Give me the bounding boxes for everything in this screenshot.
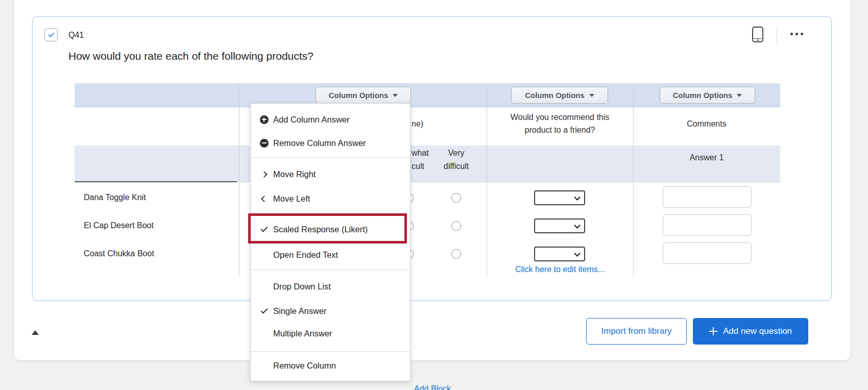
table-row-label[interactable]: El Cap Desert Boot: [84, 221, 154, 230]
column-options-button-1[interactable]: Column Options: [316, 87, 411, 104]
menu-item-multiple-answer[interactable]: Multiple Answer: [251, 322, 410, 345]
column-options-button-3[interactable]: Column Options: [660, 87, 755, 104]
menu-item-remove-column[interactable]: Remove Column: [251, 354, 410, 377]
column-divider: [633, 83, 634, 276]
likert-radio-very-difficult[interactable]: [451, 221, 461, 231]
mobile-preview-icon[interactable]: [752, 27, 763, 42]
table-row-label[interactable]: Coast Chukka Boot: [84, 249, 154, 258]
chevron-right-icon: [257, 172, 271, 177]
menu-separator: [251, 270, 410, 270]
likert-radio-very-difficult[interactable]: [451, 193, 461, 203]
chevron-left-icon: [257, 197, 271, 201]
menu-item-single-answer[interactable]: Single Answer: [251, 299, 410, 323]
recommend-column-title[interactable]: Would you recommend this product to a fr…: [487, 111, 633, 136]
chevron-down-icon: [393, 94, 398, 97]
comment-input[interactable]: [663, 214, 752, 236]
checkmark-icon: [257, 229, 271, 230]
survey-builder-page: Q41 How would you rate each of the follo…: [0, 0, 868, 390]
menu-item-move-right[interactable]: Move Right: [251, 162, 410, 186]
recommend-select[interactable]: [534, 247, 585, 261]
checkmark-icon: [48, 31, 54, 37]
comment-input[interactable]: [663, 242, 752, 264]
scale-label-very-difficult: Very difficult: [437, 147, 475, 173]
menu-item-open-ended-text[interactable]: Open Ended Text: [251, 243, 410, 266]
recommend-select[interactable]: [534, 218, 585, 233]
menu-item-remove-column-answer[interactable]: Remove Column Answer: [251, 131, 410, 155]
menu-separator: [251, 157, 410, 158]
chevron-down-icon: [737, 94, 742, 97]
table-row-label[interactable]: Dana Toggle Knit: [84, 193, 146, 202]
question-text[interactable]: How would you rate each of the following…: [68, 50, 314, 62]
question-select-checkbox[interactable]: [44, 28, 58, 41]
chevron-down-icon: [574, 194, 581, 201]
checkmark-icon: [257, 310, 271, 312]
more-options-icon[interactable]: [790, 33, 803, 35]
menu-item-add-column-answer[interactable]: Add Column Answer: [251, 108, 410, 131]
add-block-link[interactable]: Add Block: [407, 384, 458, 390]
occluded-column-title-fragment: ne): [412, 119, 423, 129]
row-label-column-underline: [75, 181, 237, 182]
column-divider: [239, 83, 239, 276]
question-id-label: Q41: [68, 31, 84, 40]
menu-item-move-left[interactable]: Move Left: [251, 187, 410, 210]
header-divider: [777, 28, 777, 44]
plus-circle-icon: [257, 115, 271, 124]
chevron-down-icon: [574, 222, 581, 229]
comments-column-title[interactable]: Comments: [633, 119, 780, 129]
add-new-question-button[interactable]: Add new question: [693, 318, 808, 345]
plus-icon: [709, 327, 717, 335]
column-options-menu: Add Column Answer Remove Column Answer M…: [250, 103, 411, 381]
column-options-button-2[interactable]: Column Options: [511, 87, 608, 104]
menu-item-drop-down-list[interactable]: Drop Down List: [251, 275, 410, 298]
chevron-down-icon: [574, 250, 581, 257]
comments-answer-label[interactable]: Answer 1: [633, 153, 780, 162]
likert-radio-very-difficult[interactable]: [451, 249, 461, 259]
minus-circle-icon: [257, 139, 271, 148]
edit-items-link[interactable]: Click here to edit items...: [487, 265, 633, 274]
import-from-library-button[interactable]: Import from library: [586, 318, 687, 345]
menu-item-scaled-response[interactable]: Scaled Response (Likert): [251, 217, 410, 241]
occluded-scale-label-fragment: what cult: [412, 147, 429, 173]
chevron-down-icon: [589, 94, 594, 97]
menu-separator: [251, 351, 410, 352]
comment-input[interactable]: [663, 186, 752, 208]
collapse-question-caret[interactable]: [32, 330, 39, 335]
recommend-select[interactable]: [534, 190, 585, 205]
